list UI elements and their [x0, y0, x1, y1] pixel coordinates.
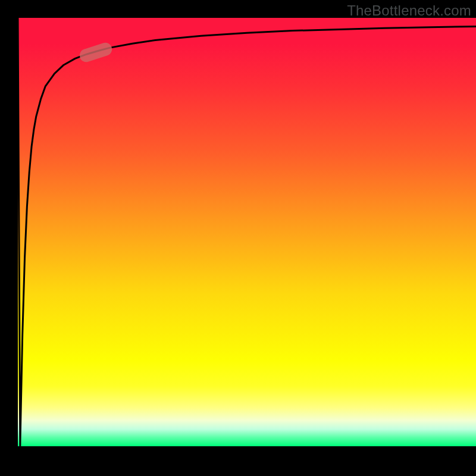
chart-canvas: TheBottleneck.com: [0, 0, 476, 476]
watermark-label: TheBottleneck.com: [347, 2, 471, 19]
bottleneck-curve: [18, 18, 476, 446]
